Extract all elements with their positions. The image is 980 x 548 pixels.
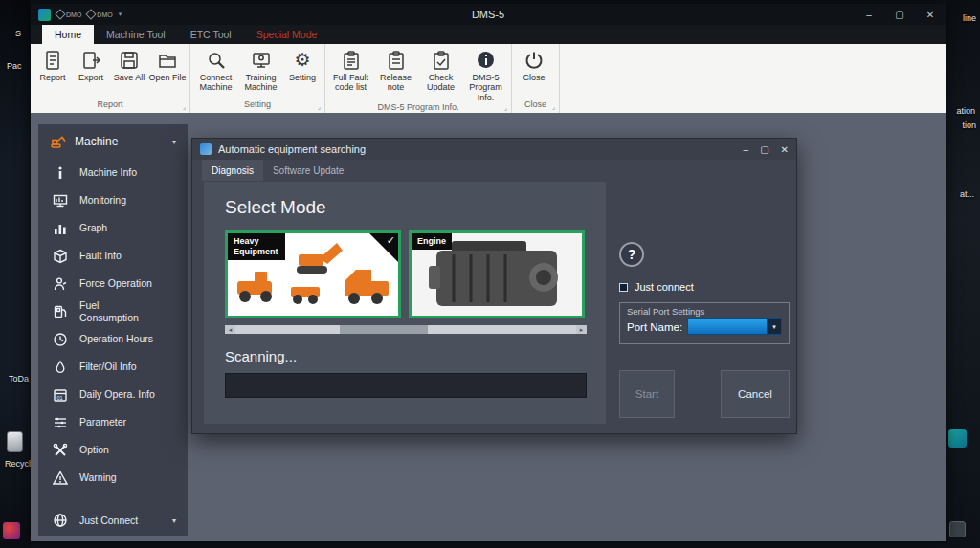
release-note-button[interactable]: Release note <box>373 45 418 102</box>
sidebar-item-machine-info[interactable]: Machine Info <box>38 159 188 186</box>
training-monitor-icon <box>251 48 272 72</box>
sidebar-item-option[interactable]: Option <box>38 436 188 464</box>
minimize-button[interactable]: – <box>854 4 884 25</box>
chevron-down-icon[interactable]: ▾ <box>172 138 176 146</box>
sidebar-item-label: Monitoring <box>79 194 126 206</box>
mode-card-engine[interactable]: Engine ✓ <box>409 230 585 318</box>
desktop-right-strip: line ation tion at... <box>946 0 980 548</box>
folder-icon <box>157 48 178 72</box>
open-file-button[interactable]: Open File <box>148 45 187 99</box>
sidebar-item-label: Graph <box>79 222 107 233</box>
workspace: Machine ▾ Machine Info Monitoring Graph <box>31 113 946 541</box>
diagnosis-panel: Select Mode <box>204 182 606 424</box>
ribbon-group-label: Setting ⌟ <box>193 99 322 113</box>
sidebar-item-label: Operation Hours <box>79 333 153 344</box>
dms5-program-info-button[interactable]: DMS-5 Program Info. <box>463 45 508 102</box>
pen-icon <box>86 9 97 19</box>
scrollbar-thumb[interactable] <box>340 325 428 334</box>
scroll-right-arrow[interactable]: ▸ <box>576 325 587 334</box>
export-button[interactable]: Export <box>72 45 110 99</box>
report-document-icon <box>42 48 63 72</box>
sidebar-item-graph[interactable]: Graph <box>38 214 188 242</box>
cards-horizontal-scrollbar[interactable]: ◂ ▸ <box>225 325 587 334</box>
mode-card-heavy-equipment[interactable]: Heavy Equipment ✓ <box>225 230 401 318</box>
screen: S Pac ToDa Recycl line ation tion at... … <box>0 0 980 548</box>
dialog-buttons: Start Cancel <box>619 370 790 418</box>
connect-machine-button[interactable]: Connect Machine <box>193 45 238 99</box>
maximize-button[interactable]: ▢ <box>884 4 915 25</box>
quick-access-item[interactable]: DMO <box>56 11 81 18</box>
report-button[interactable]: Report <box>33 45 72 99</box>
port-name-label: Port Name: <box>627 321 682 333</box>
save-all-button[interactable]: Save All <box>110 45 148 99</box>
just-connect-checkbox[interactable] <box>619 283 628 292</box>
close-button[interactable]: ✕ <box>915 4 946 25</box>
sidebar-item-parameter[interactable]: Parameter <box>38 408 188 436</box>
parameter-list-icon <box>50 415 71 430</box>
sidebar-item-warning[interactable]: Warning <box>38 464 188 492</box>
dialog-maximize-button[interactable]: ▢ <box>760 144 768 155</box>
sidebar-item-label: Daily Opera. Info <box>79 388 155 400</box>
recycle-bin-icon[interactable] <box>7 431 23 452</box>
power-icon <box>523 48 545 72</box>
app-icon[interactable] <box>38 9 51 21</box>
close-app-button[interactable]: Close <box>515 45 553 99</box>
sidebar-item-daily-operation-info[interactable]: 01 Daily Opera. Info <box>38 381 188 408</box>
tab-software-update[interactable]: Software Update <box>263 160 354 181</box>
sidebar-footer-just-connect[interactable]: Just Connect ▾ <box>38 507 188 530</box>
dialog-launcher-icon[interactable]: ⌟ <box>552 103 555 111</box>
check-update-button[interactable]: Check Update <box>418 45 463 102</box>
sidebar-item-fuel-consumption[interactable]: Fuel Consumption <box>38 297 188 325</box>
sidebar-item-operation-hours[interactable]: Operation Hours <box>38 325 188 353</box>
setting-button[interactable]: ⚙ Setting <box>283 45 322 99</box>
dialog-launcher-icon[interactable]: ⌟ <box>504 104 507 112</box>
sidebar-item-fault-info[interactable]: Fault Info <box>38 242 188 270</box>
sidebar-item-filter-oil-info[interactable]: Filter/Oil Info <box>38 353 188 381</box>
sidebar-item-monitoring[interactable]: Monitoring <box>38 186 188 214</box>
pen-icon <box>55 9 65 19</box>
sidebar-item-label: Fuel Consumption <box>79 299 148 322</box>
dialog-title-bar[interactable]: Automatic equipment searching – ▢ ✕ <box>192 139 796 160</box>
tab-diagnosis[interactable]: Diagnosis <box>202 160 263 181</box>
desktop-app-icon[interactable] <box>948 429 967 448</box>
tab-etc-tool[interactable]: ETC Tool <box>178 25 244 44</box>
mode-cards: Heavy Equipment ✓ <box>225 230 606 318</box>
port-name-combobox[interactable]: ▾ <box>687 318 782 335</box>
sidebar-item-force-operation[interactable]: Force Operation <box>38 270 188 297</box>
port-name-value <box>688 319 767 334</box>
chevron-down-icon[interactable]: ▾ <box>172 516 176 525</box>
desktop-app-icon[interactable] <box>3 522 20 539</box>
ribbon-group-label: Close ⌟ <box>515 99 556 113</box>
ribbon-group-label: Report ⌟ <box>33 99 187 113</box>
quick-access-item[interactable]: DMO <box>87 11 112 18</box>
tab-machine-tool[interactable]: Machine Tool <box>94 25 178 44</box>
scroll-left-arrow[interactable]: ◂ <box>225 325 235 334</box>
tab-special-mode[interactable]: Special Mode <box>244 25 330 44</box>
tab-home[interactable]: Home <box>42 25 94 44</box>
help-button[interactable]: ? <box>619 242 644 267</box>
dialog-close-button[interactable]: ✕ <box>781 144 789 155</box>
dialog-icon <box>200 143 212 155</box>
dialog-minimize-button[interactable]: – <box>744 144 749 155</box>
ribbon-group-setting: Connect Machine Training Machine ⚙ Setti… <box>190 44 325 113</box>
desktop-fragment-label: S <box>15 29 21 38</box>
start-button[interactable]: Start <box>619 370 675 418</box>
dialog-launcher-icon[interactable]: ⌟ <box>318 103 321 111</box>
chevron-down-icon[interactable]: ▾ <box>119 11 122 18</box>
sidebar-header-machine[interactable]: Machine ▾ <box>38 132 188 159</box>
card-label: Heavy Equipment <box>228 233 285 260</box>
cancel-button[interactable]: Cancel <box>721 370 790 418</box>
clock-icon <box>50 332 71 347</box>
just-connect-row[interactable]: Just connect <box>619 281 790 293</box>
full-fault-code-list-button[interactable]: Full Fault code list <box>328 45 373 102</box>
button-label: Check Update <box>418 73 463 93</box>
title-bar[interactable]: DMO DMO ▾ DMS-5 – ▢ ✕ <box>31 4 946 25</box>
excavator-icon <box>50 134 67 149</box>
sidebar-item-label: Parameter <box>79 416 126 427</box>
desktop-app-icon[interactable] <box>949 521 966 537</box>
serial-port-settings-group: Serial Port Settings Port Name: ▾ <box>619 302 790 344</box>
dialog-launcher-icon[interactable]: ⌟ <box>183 103 186 111</box>
ribbon: Report Export Save All <box>31 44 946 113</box>
training-machine-button[interactable]: Training Machine <box>238 45 283 99</box>
combobox-dropdown-button[interactable]: ▾ <box>767 319 781 334</box>
